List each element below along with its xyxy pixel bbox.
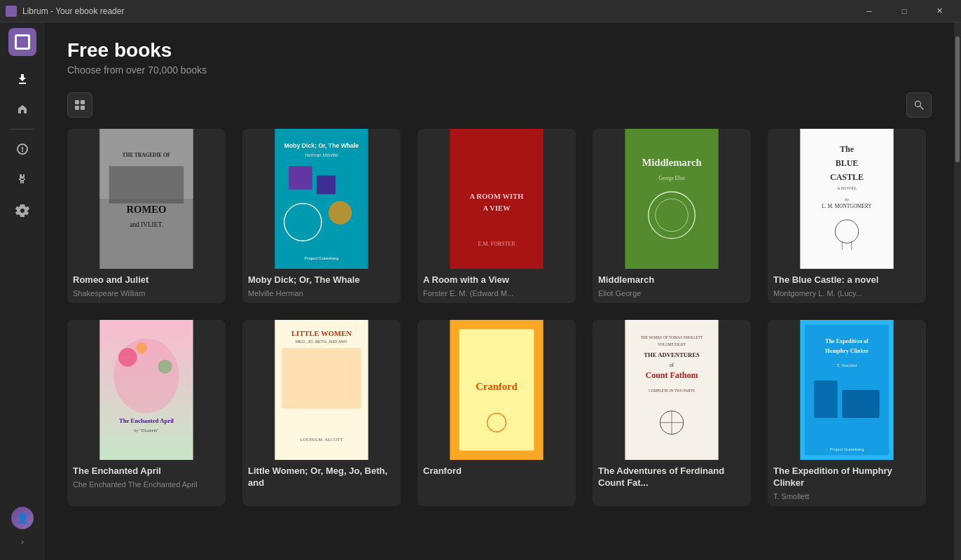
book-cover-humphry: The Expedition of Humphry Clinker T. Smo…	[768, 320, 926, 460]
book-card-moby[interactable]: Moby Dick; Or, The Whale Herman Melville…	[242, 129, 401, 303]
settings-icon	[15, 204, 29, 218]
book-info-enchanted-april: The Enchanted AprilChe Enchanted The Enc…	[67, 460, 226, 494]
svg-rect-3	[81, 106, 85, 110]
svg-text:MEG, JO, BETH, AND AMY: MEG, JO, BETH, AND AMY	[296, 340, 347, 344]
book-author: Che Enchanted The Enchanted April	[73, 480, 220, 489]
download-icon	[15, 71, 29, 85]
svg-text:The: The	[840, 144, 855, 154]
book-author: Forster E. M. (Edward M...	[423, 289, 570, 298]
avatar[interactable]: 👤	[11, 507, 34, 529]
close-button[interactable]: ✕	[923, 0, 955, 22]
svg-rect-72	[842, 390, 879, 418]
svg-rect-12	[275, 129, 368, 269]
book-cover-romeo: THE TRAGEDIE OF ROMEO and IVLIET.	[67, 129, 226, 269]
book-cover-blue-castle: The BLUE CASTLE A NOVEL by L. M. MONTGOM…	[768, 129, 926, 269]
svg-rect-16	[317, 176, 336, 195]
scrollbar-track[interactable]	[954, 22, 961, 560]
search-button[interactable]	[906, 92, 932, 118]
svg-text:THE TRAGEDIE OF: THE TRAGEDIE OF	[123, 152, 171, 158]
book-info-fathom: The Adventures of Ferdinand Count Fat...	[593, 460, 751, 498]
book-title: Little Women; Or, Meg, Jo, Beth, and	[248, 465, 395, 489]
svg-text:T. Smollett: T. Smollett	[836, 363, 857, 368]
svg-text:Project Gutenberg: Project Gutenberg	[305, 256, 339, 260]
svg-text:A ROOM WITH: A ROOM WITH	[470, 192, 524, 200]
search-icon	[913, 99, 925, 111]
svg-point-18	[329, 201, 352, 224]
svg-text:The Expedition of: The Expedition of	[825, 338, 869, 344]
book-card-romeo[interactable]: THE TRAGEDIE OF ROMEO and IVLIET. Romeo …	[67, 129, 226, 303]
scrollbar-thumb[interactable]	[955, 36, 960, 162]
titlebar-title: Librum - Your ebook reader	[22, 6, 124, 16]
avatar-image: 👤	[11, 507, 34, 529]
grid-icon	[74, 99, 85, 111]
sidebar-item-plugins[interactable]	[8, 166, 36, 194]
home-icon	[15, 102, 29, 116]
svg-text:ROMEO: ROMEO	[127, 204, 167, 215]
book-info-middlemarch: MiddlemarchEliot George	[593, 269, 751, 303]
sidebar-item-stats[interactable]	[8, 135, 36, 163]
svg-rect-71	[814, 381, 837, 418]
book-card-enchanted-april[interactable]: The Enchanted April by "Elizabeth" The E…	[67, 320, 226, 506]
sidebar-logo[interactable]	[8, 28, 36, 56]
book-author: Shakespeare William	[73, 289, 220, 298]
book-cover-middlemarch: Middlemarch George Eliot	[593, 129, 751, 269]
book-card-humphry[interactable]: The Expedition of Humphry Clinker T. Smo…	[768, 320, 926, 506]
page-subtitle: Choose from over 70,000 books	[67, 64, 932, 76]
svg-text:THE ADVENTURES: THE ADVENTURES	[644, 351, 700, 358]
book-card-blue-castle[interactable]: The BLUE CASTLE A NOVEL by L. M. MONTGOM…	[768, 129, 926, 303]
book-cover-fathom: THE WORKS OF TOBIAS SMOLLETT VOLUME EIGH…	[593, 320, 751, 460]
book-card-room[interactable]: A ROOM WITH A VIEW E.M. FORSTER A Room w…	[417, 129, 576, 303]
svg-text:L. M. MONTGOMERY: L. M. MONTGOMERY	[822, 203, 872, 209]
svg-line-5	[920, 106, 924, 110]
svg-text:Moby Dick; Or, The Whale: Moby Dick; Or, The Whale	[284, 142, 359, 149]
book-title: Moby Dick; Or, The Whale	[248, 274, 395, 286]
svg-text:George Eliot: George Eliot	[658, 175, 685, 181]
book-card-middlemarch[interactable]: Middlemarch George Eliot MiddlemarchElio…	[593, 129, 751, 303]
book-info-romeo: Romeo and JulietShakespeare William	[67, 269, 226, 303]
sidebar-item-home[interactable]	[8, 95, 36, 123]
book-title: The Adventures of Ferdinand Count Fat...	[598, 465, 745, 489]
book-card-little-women[interactable]: LITTLE WOMEN MEG, JO, BETH, AND AMY LOUI…	[242, 320, 401, 506]
plugins-icon	[15, 173, 29, 187]
svg-text:E.M. FORSTER: E.M. FORSTER	[478, 241, 516, 247]
maximize-button[interactable]: □	[888, 0, 920, 22]
svg-text:COMPLETE IN TWO PARTS: COMPLETE IN TWO PARTS	[649, 388, 695, 393]
svg-rect-1	[81, 100, 85, 104]
svg-text:A NOVEL: A NOVEL	[837, 186, 857, 190]
grid-view-button[interactable]	[67, 92, 92, 118]
svg-text:The Enchanted April: The Enchanted April	[119, 417, 174, 424]
svg-text:and IVLIET.: and IVLIET.	[130, 221, 163, 228]
book-cover-cranford: Cranford	[417, 320, 576, 460]
book-card-fathom[interactable]: THE WORKS OF TOBIAS SMOLLETT VOLUME EIGH…	[593, 320, 751, 506]
book-author: Eliot George	[598, 289, 745, 298]
svg-text:LITTLE WOMEN: LITTLE WOMEN	[291, 330, 352, 337]
sidebar-item-settings[interactable]	[8, 197, 36, 225]
book-author: Montgomery L. M. (Lucy...	[773, 289, 920, 298]
book-cover-enchanted-april: The Enchanted April by "Elizabeth"	[67, 320, 226, 460]
book-title: Middlemarch	[598, 274, 745, 286]
stats-icon	[15, 142, 29, 156]
svg-text:A VIEW: A VIEW	[483, 204, 511, 212]
main-content: Free books Choose from over 70,000 books	[45, 22, 954, 560]
book-card-cranford[interactable]: Cranford Cranford	[417, 320, 576, 506]
sidebar-item-download[interactable]	[8, 64, 36, 92]
sidebar-expand-chevron[interactable]: ›	[15, 535, 29, 549]
book-info-room: A Room with a ViewForster E. M. (Edward …	[417, 269, 576, 303]
book-title: Romeo and Juliet	[73, 274, 220, 286]
svg-text:CASTLE: CASTLE	[830, 172, 864, 182]
svg-rect-11	[109, 166, 184, 203]
svg-text:THE WORKS OF TOBIAS SMOLLETT: THE WORKS OF TOBIAS SMOLLETT	[641, 335, 703, 340]
book-cover-little-women: LITTLE WOMEN MEG, JO, BETH, AND AMY LOUI…	[242, 320, 401, 460]
svg-text:Project Gutenberg: Project Gutenberg	[830, 447, 864, 451]
svg-text:of: of	[670, 362, 675, 368]
svg-rect-15	[289, 166, 312, 189]
logo-icon	[15, 34, 30, 50]
svg-rect-0	[75, 100, 79, 104]
svg-text:VOLUME EIGHT: VOLUME EIGHT	[658, 342, 686, 346]
toolbar	[67, 92, 932, 118]
minimize-button[interactable]: ─	[853, 0, 885, 22]
svg-rect-2	[75, 106, 79, 110]
book-title: The Expedition of Humphry Clinker	[773, 465, 920, 489]
book-author: T. Smollett	[773, 492, 920, 500]
book-title: The Enchanted April	[73, 465, 220, 477]
